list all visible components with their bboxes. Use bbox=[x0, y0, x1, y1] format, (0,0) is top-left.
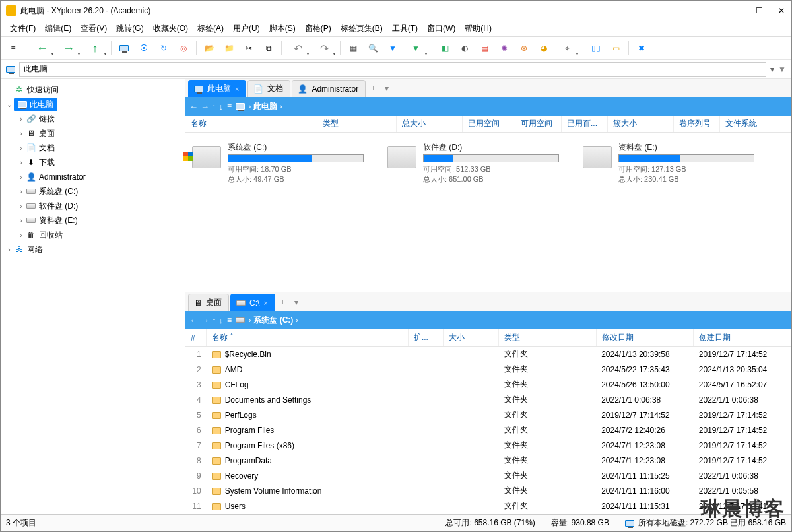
drive-list[interactable]: 系统盘 (C:)可用空间: 18.70 GB总大小: 49.47 GB软件盘 (… bbox=[185, 133, 791, 292]
column-header[interactable]: 大小 bbox=[443, 329, 498, 347]
tree-item[interactable]: ›👤Administrator bbox=[1, 170, 185, 184]
new-tab-button[interactable]: + bbox=[367, 80, 380, 97]
menu-item[interactable]: 窗格(P) bbox=[301, 22, 335, 36]
column-header[interactable]: 扩... bbox=[408, 329, 443, 347]
menu-item[interactable]: 工具(T) bbox=[388, 22, 422, 36]
column-header[interactable]: 总大小 bbox=[397, 116, 463, 132]
menu-item[interactable]: 编辑(E) bbox=[41, 22, 75, 36]
column-header[interactable]: 类型 bbox=[317, 116, 397, 132]
column-header[interactable]: 已用空间 bbox=[463, 116, 515, 132]
drive-item[interactable]: 系统盘 (C:)可用空间: 18.70 GB总大小: 49.47 GB bbox=[192, 142, 364, 184]
new-folder-icon[interactable]: 📁 bbox=[220, 40, 238, 57]
crumb-back-icon[interactable]: ← bbox=[189, 102, 198, 112]
list-icon[interactable]: ≡ bbox=[227, 316, 232, 325]
folder-tree[interactable]: ✲快速访问 ⌄此电脑 ›🔗链接›🖥桌面›📄文档›⬇下载›👤Administrat… bbox=[1, 79, 185, 514]
crumb-up-icon[interactable]: ↑ bbox=[212, 102, 216, 112]
crumb-back-icon[interactable]: ← bbox=[189, 316, 198, 325]
table-row[interactable]: 11Users文件夹2024/1/11 11:15:312019/12/7 17… bbox=[185, 498, 791, 514]
crumb-fwd-icon[interactable]: → bbox=[201, 102, 209, 112]
menu-item[interactable]: 文件(F) bbox=[6, 22, 40, 36]
tree-quick-access[interactable]: ✲快速访问 bbox=[1, 83, 185, 97]
brush-icon[interactable]: ⌖▾ bbox=[555, 40, 579, 57]
back-button[interactable]: ←▾ bbox=[30, 40, 54, 57]
table-row[interactable]: 1$Recycle.Bin文件夹2024/1/13 20:39:582019/1… bbox=[185, 347, 791, 362]
filter-funnel-icon[interactable]: ▼ bbox=[778, 65, 786, 74]
column-header[interactable]: 簇大小 bbox=[608, 116, 674, 132]
crumb-up-icon[interactable]: ↑ bbox=[212, 316, 216, 325]
address-dropdown-icon[interactable]: ▾ bbox=[770, 65, 774, 74]
drive-item[interactable]: 软件盘 (D:)可用空间: 512.33 GB总大小: 651.00 GB bbox=[387, 142, 559, 184]
menu-item[interactable]: 收藏夹(O) bbox=[149, 22, 192, 36]
table-row[interactable]: 7Program Files (x86)文件夹2024/7/1 12:23:08… bbox=[185, 438, 791, 453]
forward-button[interactable]: →▾ bbox=[57, 40, 81, 57]
minimize-button[interactable]: ─ bbox=[732, 6, 741, 15]
column-header[interactable]: 文件系统 bbox=[720, 116, 766, 132]
tab-menu-icon[interactable]: ▾ bbox=[381, 80, 393, 97]
top-column-header[interactable]: 名称类型总大小已用空间可用空间已用百...簇大小卷序列号文件系统 bbox=[185, 116, 791, 133]
menu-item[interactable]: 标签页集(B) bbox=[337, 22, 387, 36]
menu-item[interactable]: 窗口(W) bbox=[423, 22, 459, 36]
table-row[interactable]: 6Program Files文件夹2024/7/2 12:40:262019/1… bbox=[185, 422, 791, 438]
tree-this-pc[interactable]: ⌄此电脑 bbox=[1, 97, 185, 112]
table-row[interactable]: 8ProgramData文件夹2024/7/1 12:23:082019/12/… bbox=[185, 453, 791, 468]
tree-item[interactable]: ›⬇下载 bbox=[1, 155, 185, 170]
filter-icon[interactable]: ▼ bbox=[384, 40, 401, 57]
cut-icon[interactable]: ✂ bbox=[240, 40, 257, 57]
file-list[interactable]: #名称 ˄扩...大小类型修改日期创建日期1$Recycle.Bin文件夹202… bbox=[185, 329, 791, 514]
target-icon[interactable]: ◎ bbox=[175, 40, 192, 57]
maximize-button[interactable]: ☐ bbox=[754, 6, 764, 15]
menu-item[interactable]: 查看(V) bbox=[77, 22, 111, 36]
column-header[interactable]: 卷序列号 bbox=[674, 116, 720, 132]
tab[interactable]: 📄文档 bbox=[248, 80, 290, 97]
filter-plus-icon[interactable]: ▼▾ bbox=[404, 40, 428, 57]
column-header[interactable]: 创建日期 bbox=[694, 329, 791, 347]
tag-green-icon[interactable]: ◧ bbox=[436, 40, 453, 57]
crumb-down-icon[interactable]: ↓ bbox=[219, 316, 224, 325]
tree-item[interactable]: ›软件盘 (D:) bbox=[1, 199, 185, 213]
tab[interactable]: 👤Administrator bbox=[292, 80, 366, 97]
tree-item[interactable]: ›资料盘 (E:) bbox=[1, 213, 185, 228]
copy-icon[interactable]: ⧉ bbox=[260, 40, 277, 57]
tab[interactable]: 此电脑× bbox=[188, 80, 246, 97]
menu-item[interactable]: 跳转(G) bbox=[112, 22, 147, 36]
bottom-breadcrumb[interactable]: ←→↑↓ ≡ ›系统盘 (C:)› bbox=[185, 311, 791, 329]
crumb-down-icon[interactable]: ↓ bbox=[219, 102, 224, 112]
new-tab-button[interactable]: + bbox=[277, 294, 289, 311]
close-button[interactable]: ✕ bbox=[777, 6, 786, 15]
tree-item[interactable]: ›🗑回收站 bbox=[1, 228, 185, 242]
tree-network[interactable]: ›🖧网络 bbox=[1, 242, 185, 257]
column-header[interactable]: 名称 ˄ bbox=[207, 329, 409, 347]
menu-item[interactable]: 脚本(S) bbox=[265, 22, 300, 36]
table-row[interactable]: 9Recovery文件夹2024/1/11 11:15:252022/1/1 0… bbox=[185, 468, 791, 483]
open-folder-icon[interactable]: 📂 bbox=[201, 40, 218, 57]
up-button[interactable]: ↑▾ bbox=[83, 40, 107, 57]
address-input[interactable]: 此电脑 bbox=[19, 62, 766, 77]
top-breadcrumb[interactable]: ←→↑↓ ≡ ›此电脑› bbox=[185, 97, 791, 116]
column-header[interactable]: 类型 bbox=[499, 329, 597, 347]
refresh-icon[interactable]: ↻ bbox=[155, 40, 172, 57]
column-header[interactable]: 可用空间 bbox=[515, 116, 562, 132]
tree-item[interactable]: ›系统盘 (C:) bbox=[1, 184, 185, 199]
split-h-icon[interactable]: ▯▯ bbox=[587, 40, 605, 57]
table-row[interactable]: 2AMD文件夹2024/5/22 17:35:432024/1/13 20:35… bbox=[185, 362, 791, 377]
split-v-icon[interactable]: ▭ bbox=[607, 40, 624, 57]
monitor-icon[interactable] bbox=[116, 40, 133, 57]
color-wheel-icon[interactable]: ✺ bbox=[496, 40, 513, 57]
table-row[interactable]: 3CFLog文件夹2024/5/26 13:50:002024/5/17 16:… bbox=[185, 377, 791, 392]
calendar-icon[interactable]: ▤ bbox=[476, 40, 493, 57]
tree-item[interactable]: ›🖥桌面 bbox=[1, 126, 185, 141]
column-header[interactable]: # bbox=[185, 329, 207, 347]
close-icon[interactable]: × bbox=[263, 299, 267, 307]
menu-item[interactable]: 标签(A) bbox=[193, 22, 228, 36]
grid-icon[interactable]: ▦ bbox=[345, 40, 362, 57]
drive-item[interactable]: 资料盘 (E:)可用空间: 127.13 GB总大小: 230.41 GB bbox=[583, 142, 754, 184]
moon-icon[interactable]: ◐ bbox=[456, 40, 473, 57]
tree-item[interactable]: ›🔗链接 bbox=[1, 112, 185, 126]
column-header[interactable]: 名称 bbox=[185, 116, 317, 132]
tree-item[interactable]: ›📄文档 bbox=[1, 141, 185, 155]
tab[interactable]: 🖥桌面 bbox=[188, 294, 229, 311]
table-row[interactable]: 4Documents and Settings文件夹2022/1/1 0:06:… bbox=[185, 392, 791, 407]
ball-icon[interactable]: ⊛ bbox=[515, 40, 533, 57]
tools-icon[interactable]: ✖ bbox=[633, 40, 650, 57]
column-header[interactable]: 已用百... bbox=[562, 116, 608, 132]
